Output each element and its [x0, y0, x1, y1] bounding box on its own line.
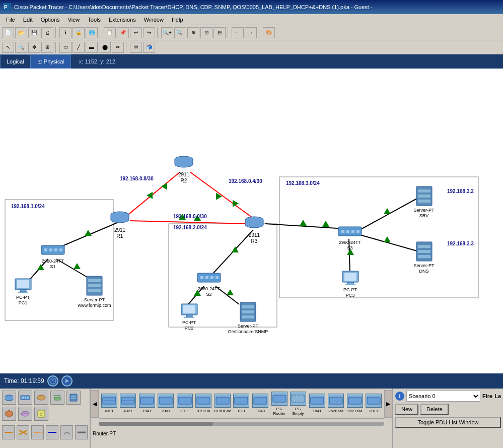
- move-tool[interactable]: ✥: [28, 42, 40, 53]
- menu-options[interactable]: Options: [37, 16, 64, 24]
- dev-4331[interactable]: 4331: [101, 394, 118, 413]
- scrollbar-track[interactable]: [99, 422, 384, 426]
- dev-2621xm[interactable]: 2621XM: [346, 394, 364, 413]
- select-tool[interactable]: ↖: [2, 42, 14, 53]
- device-s2[interactable]: 2960-24TTS2: [194, 270, 224, 297]
- dev-2620xm-label: 2620XM: [328, 409, 343, 413]
- network-button[interactable]: 🌐: [86, 27, 98, 38]
- device-type-label: Router-PT: [91, 428, 392, 439]
- tab-physical[interactable]: ⊡ Physical: [31, 54, 71, 69]
- left-arrow-button[interactable]: ←: [232, 27, 244, 38]
- category-hub[interactable]: [34, 391, 48, 405]
- menu-extensions[interactable]: Extensions: [105, 16, 140, 24]
- menu-view[interactable]: View: [64, 16, 84, 24]
- palette-button[interactable]: 🎨: [263, 27, 275, 38]
- connection-copper-crossover[interactable]: [17, 425, 29, 439]
- device-pc3[interactable]: PC-PTPC3: [336, 270, 364, 298]
- connection-copper-straight[interactable]: [2, 425, 15, 439]
- category-server[interactable]: [66, 391, 81, 405]
- device-r2[interactable]: 2911R2: [171, 153, 196, 184]
- play-button[interactable]: [61, 375, 73, 387]
- device-srv-formip[interactable]: Server-PTwww.formip.com: [76, 275, 113, 308]
- draw-tool[interactable]: ▭: [59, 42, 71, 53]
- print-button[interactable]: 🖨: [41, 27, 53, 38]
- category-security[interactable]: [2, 407, 16, 421]
- pencil-tool[interactable]: ✏: [112, 42, 124, 53]
- svg-rect-83: [242, 310, 254, 313]
- fit-button[interactable]: ⊡: [200, 27, 212, 38]
- info-icon[interactable]: i: [395, 392, 404, 401]
- dev-1240[interactable]: 1240: [252, 394, 269, 413]
- redo-button[interactable]: ↪: [143, 27, 155, 38]
- oval-tool[interactable]: ⬤: [99, 42, 111, 53]
- dev-829[interactable]: 829: [233, 394, 250, 413]
- dev-2811[interactable]: 2811: [365, 394, 382, 413]
- open-button[interactable]: 📂: [15, 27, 27, 38]
- device-r3[interactable]: 2911R3: [242, 214, 267, 244]
- paste-button[interactable]: 📌: [117, 27, 129, 38]
- menu-tools[interactable]: Tools: [84, 16, 105, 24]
- dev-pt-router[interactable]: PT-Router: [271, 392, 288, 416]
- device-r1[interactable]: 2911R1: [107, 209, 132, 239]
- save-button[interactable]: 💾: [28, 27, 40, 38]
- note-tool[interactable]: ✉: [130, 42, 142, 53]
- device-srv-snmp[interactable]: Server-PTGestionnaire SNMP: [227, 301, 269, 335]
- category-switch[interactable]: [18, 391, 32, 405]
- zoom-reset-button[interactable]: ⊕: [187, 27, 199, 38]
- connection-serial[interactable]: [46, 425, 58, 439]
- dev-1941[interactable]: 1941: [138, 394, 156, 413]
- dev-4321[interactable]: 4321: [120, 394, 137, 413]
- menu-help[interactable]: Help: [168, 16, 187, 24]
- zoom-in-button[interactable]: 🔍+: [161, 27, 173, 38]
- dev-819hgw[interactable]: 819HGW: [214, 394, 231, 413]
- network-canvas[interactable]: 192.168.1.0/24 192.168.0.8/30 192.168.0.…: [0, 69, 503, 373]
- undo-button[interactable]: ↩: [130, 27, 142, 38]
- device-pc2[interactable]: PC-PTPC2: [175, 303, 203, 331]
- clock-icon[interactable]: [47, 375, 58, 387]
- tab-logical[interactable]: Logical: [0, 54, 31, 69]
- connection-fiber[interactable]: [31, 425, 44, 439]
- device-pc1[interactable]: PC-PTPC1: [9, 278, 37, 306]
- new-scenario-button[interactable]: New: [395, 404, 418, 415]
- dev-2911[interactable]: 2911: [176, 394, 193, 413]
- device-srv-srv[interactable]: Server-PTSRV: [409, 185, 439, 219]
- device-srv-dns[interactable]: Server-PTDNS: [409, 241, 439, 274]
- scenario-select[interactable]: Scenario 0: [406, 391, 480, 402]
- rect-tool[interactable]: ▬: [86, 42, 98, 53]
- scroll-right-button[interactable]: ▶: [384, 390, 392, 418]
- dev-1841[interactable]: 1841: [309, 394, 326, 413]
- connection-phone[interactable]: [60, 425, 73, 439]
- dev-2620xm[interactable]: 2620XM: [327, 394, 344, 413]
- category-custom[interactable]: C: [34, 407, 48, 421]
- line-tool[interactable]: ╱: [73, 42, 85, 53]
- category-wireless[interactable]: [50, 391, 64, 405]
- connection-coaxial[interactable]: [75, 425, 88, 439]
- delete-scenario-button[interactable]: Delete: [420, 404, 449, 415]
- dev-pt-empty[interactable]: PT-Empty: [290, 392, 307, 416]
- menu-file[interactable]: File: [2, 16, 19, 24]
- h-scrollbar[interactable]: [91, 419, 392, 428]
- svg-rect-62: [346, 230, 349, 233]
- zoom-out-button[interactable]: 🔍-: [174, 27, 186, 38]
- svg-rect-58: [210, 276, 213, 279]
- new-button[interactable]: 📄: [2, 27, 14, 38]
- category-router[interactable]: [2, 391, 16, 405]
- dev-819iox[interactable]: 819IOX: [195, 394, 212, 413]
- subnet-label-3: 192.168.0.4/30: [229, 178, 262, 184]
- menu-edit[interactable]: Edit: [19, 16, 37, 24]
- area-tool[interactable]: ⊞: [41, 42, 53, 53]
- scroll-left-button[interactable]: ◀: [91, 390, 99, 418]
- device-s1[interactable]: 2960-24TTS1: [38, 242, 68, 270]
- toggle-pdu-button[interactable]: Toggle PDU List Window: [395, 417, 501, 428]
- tag-tool[interactable]: 📬: [143, 42, 155, 53]
- expand-button[interactable]: ⊟: [213, 27, 226, 38]
- search-tool[interactable]: 🔍: [15, 42, 27, 53]
- info-button[interactable]: ℹ: [59, 27, 71, 38]
- menu-window[interactable]: Window: [140, 16, 168, 24]
- dev-2901[interactable]: 2901: [158, 394, 175, 413]
- lock-button[interactable]: 🔒: [73, 27, 85, 38]
- right-arrow-button[interactable]: →: [245, 27, 257, 38]
- category-wan[interactable]: [18, 407, 32, 421]
- device-s3[interactable]: 2960-24TTS3: [335, 224, 365, 251]
- copy-button[interactable]: 📋: [104, 27, 116, 38]
